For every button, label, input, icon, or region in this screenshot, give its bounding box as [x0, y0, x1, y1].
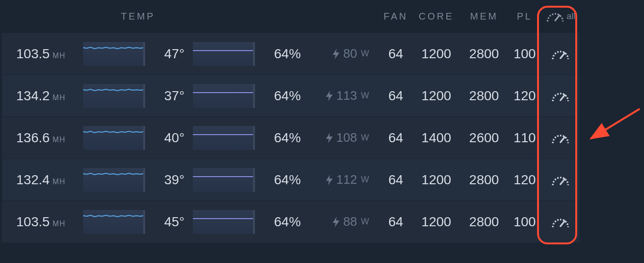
fan-value: 64 [379, 46, 412, 62]
header-mem: MEM [460, 11, 508, 22]
power-value: 112 W [307, 172, 379, 187]
pl-value: 120 [508, 88, 541, 104]
svg-marker-8 [326, 133, 333, 143]
power-value: 113 W [307, 88, 379, 103]
svg-line-0 [555, 15, 560, 21]
temp-value: 45° [159, 214, 193, 230]
temp-sparkline [83, 42, 145, 66]
svg-line-12 [560, 179, 565, 184]
core-value: 1200 [412, 46, 460, 62]
table-row: 136.6 MH 40° 64% 108 W6414002600110 [2, 116, 580, 158]
fan-value: 64 [379, 130, 412, 146]
gauge-icon [546, 9, 565, 23]
fan-sparkline [193, 42, 255, 66]
fan-value: 64 [379, 88, 412, 104]
mem-value: 2800 [460, 46, 508, 62]
temp-sparkline [83, 84, 145, 108]
svg-line-15 [560, 221, 565, 226]
header-overclock-all-label: all [567, 11, 575, 21]
temp-value: 47° [159, 46, 193, 62]
mem-value: 2800 [460, 172, 508, 188]
core-value: 1400 [412, 130, 460, 146]
overclock-button[interactable] [541, 215, 580, 229]
overclock-button[interactable] [541, 173, 580, 187]
svg-marker-2 [333, 49, 339, 59]
temp-sparkline [83, 168, 145, 192]
power-value: 108 W [307, 130, 379, 145]
fan-percent-value: 64% [269, 46, 307, 62]
pl-value: 120 [508, 172, 541, 188]
power-value: 80 W [307, 46, 379, 61]
gauge-icon [551, 173, 570, 187]
fan-sparkline [193, 168, 255, 192]
table-header-row: TEMP FAN CORE MEM PL all [2, 0, 580, 32]
header-overclock-all[interactable]: all [541, 9, 580, 23]
svg-marker-11 [326, 175, 333, 185]
temp-value: 39° [159, 172, 193, 188]
mem-value: 2800 [460, 214, 508, 230]
overclock-button[interactable] [541, 89, 580, 103]
svg-line-3 [560, 53, 565, 58]
header-temp: TEMP [83, 11, 193, 22]
table-row: 132.4 MH 39° 64% 112 W6412002800120 [2, 158, 580, 200]
overclock-button[interactable] [541, 131, 580, 145]
table-row: 103.5 MH 45° 64% 88 W6412002800100 [2, 200, 580, 242]
gauge-icon [551, 89, 570, 103]
svg-marker-5 [326, 91, 333, 101]
fan-percent-value: 64% [269, 88, 307, 104]
svg-marker-14 [333, 217, 339, 227]
fan-percent-value: 64% [269, 172, 307, 188]
fan-percent-value: 64% [269, 214, 307, 230]
fan-percent-value: 64% [269, 130, 307, 146]
core-value: 1200 [412, 214, 460, 230]
hashrate-value: 103.5 MH [16, 46, 83, 62]
table-row: 134.2 MH 37° 64% 113 W6412002800120 [2, 74, 580, 116]
stats-table: TEMP FAN CORE MEM PL all 103.5 MH 47° 64… [2, 0, 580, 242]
fan-sparkline [193, 210, 255, 234]
svg-line-9 [560, 137, 565, 142]
fan-value: 64 [379, 214, 412, 230]
hashrate-value: 103.5 MH [16, 214, 83, 230]
hashrate-value: 134.2 MH [16, 88, 83, 104]
pl-value: 110 [508, 130, 541, 146]
temp-value: 40° [159, 130, 193, 146]
temp-sparkline [83, 210, 145, 234]
svg-line-6 [560, 95, 565, 100]
temp-value: 37° [159, 88, 193, 104]
hashrate-value: 136.6 MH [16, 130, 83, 146]
header-core: CORE [412, 11, 460, 22]
fan-value: 64 [379, 172, 412, 188]
overclock-button[interactable] [541, 47, 580, 61]
header-fan: FAN [379, 11, 412, 22]
pl-value: 100 [508, 46, 541, 62]
core-value: 1200 [412, 172, 460, 188]
pl-value: 100 [508, 214, 541, 230]
mem-value: 2800 [460, 88, 508, 104]
power-value: 88 W [307, 214, 379, 229]
table-row: 103.5 MH 47° 64% 80 W6412002800100 [2, 32, 580, 74]
gauge-icon [551, 47, 570, 61]
fan-sparkline [193, 84, 255, 108]
svg-line-17 [591, 109, 640, 138]
gauge-icon [551, 215, 570, 229]
gauge-icon [551, 131, 570, 145]
mem-value: 2600 [460, 130, 508, 146]
fan-sparkline [193, 126, 255, 150]
header-pl: PL [508, 11, 541, 22]
hashrate-value: 132.4 MH [16, 172, 83, 188]
core-value: 1200 [412, 88, 460, 104]
temp-sparkline [83, 126, 145, 150]
